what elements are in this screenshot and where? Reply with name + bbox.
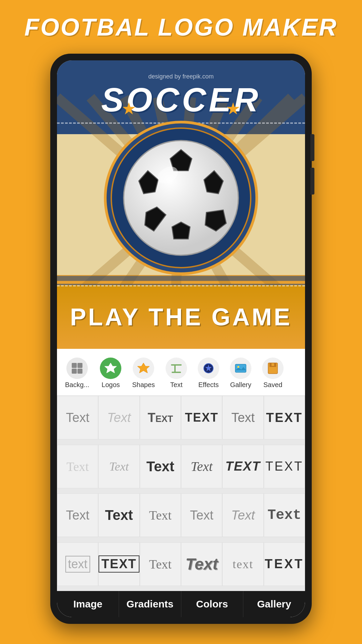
text-style-label: Text <box>66 459 89 474</box>
shapes-icon <box>133 358 154 379</box>
soccer-ball-container <box>104 121 258 275</box>
svg-rect-36 <box>172 372 181 373</box>
effects-icon <box>198 358 219 379</box>
bottom-nav-colors[interactable]: Colors <box>181 591 243 617</box>
text-style-label: Text <box>185 555 218 573</box>
toolbar: Backg... Logos Shapes <box>57 349 305 396</box>
text-style-item[interactable]: TEXT <box>264 445 305 488</box>
text-style-item[interactable]: Text <box>222 493 263 537</box>
bottom-nav-label-colors: Colors <box>196 598 228 609</box>
text-style-item[interactable]: Text <box>181 396 222 439</box>
text-style-label: Text <box>191 459 213 474</box>
svg-marker-32 <box>105 363 117 373</box>
text-style-item[interactable]: Text <box>222 396 263 439</box>
text-style-label: Text <box>231 508 255 523</box>
text-style-item[interactable]: TEXT <box>98 542 139 586</box>
toolbar-label-text: Text <box>170 381 183 389</box>
text-style-item[interactable]: TEXT <box>264 396 305 439</box>
svg-marker-33 <box>137 363 149 373</box>
svg-point-40 <box>237 366 239 368</box>
text-style-label: Text <box>267 507 301 523</box>
toolbar-label-saved: Saved <box>263 381 283 389</box>
text-style-label: TEXT <box>225 459 260 474</box>
text-style-label: Text <box>190 508 214 523</box>
toolbar-label-effects: Effects <box>198 381 219 389</box>
text-style-item[interactable]: text <box>57 542 98 586</box>
bottom-nav: Image Gradients Colors Gallery <box>57 591 305 617</box>
text-icon <box>166 358 187 379</box>
text-style-label: Text <box>66 411 89 425</box>
text-style-item[interactable]: Text <box>140 493 181 537</box>
svg-rect-31 <box>77 369 82 374</box>
text-style-label: text <box>65 556 90 573</box>
text-style-label: Text <box>66 508 89 523</box>
svg-rect-30 <box>72 369 77 374</box>
text-style-label: Text <box>231 411 255 425</box>
background-icon <box>66 358 88 379</box>
text-style-item[interactable]: Text <box>181 445 222 488</box>
text-style-item[interactable]: Text <box>264 493 305 537</box>
svg-rect-29 <box>77 363 82 368</box>
text-style-item[interactable]: TEXT <box>264 542 305 586</box>
text-style-item[interactable]: Text <box>57 396 98 439</box>
toolbar-item-background[interactable]: Backg... <box>60 354 94 392</box>
bottom-nav-label-gradients: Gradients <box>126 598 173 609</box>
toolbar-item-effects[interactable]: Effects <box>193 354 224 392</box>
bottom-nav-label-gallery: Gallery <box>257 598 291 609</box>
toolbar-label-shapes: Shapes <box>132 381 155 389</box>
text-style-label: Text <box>147 411 173 425</box>
soccer-ball-svg <box>121 138 241 258</box>
text-style-label: Text <box>105 507 133 523</box>
toolbar-item-logos[interactable]: Logos <box>95 354 126 392</box>
text-style-item[interactable]: Text <box>140 542 181 586</box>
svg-rect-28 <box>72 363 77 368</box>
text-style-label: Text <box>109 460 129 474</box>
logos-icon <box>100 358 121 379</box>
text-style-item[interactable]: text <box>222 542 263 586</box>
bottom-nav-gradients[interactable]: Gradients <box>119 591 181 617</box>
phone-frame: designed by freepik.com ★ SOCCER ★ <box>50 54 312 624</box>
svg-rect-44 <box>272 363 274 366</box>
phone-screen: designed by freepik.com ★ SOCCER ★ <box>57 60 305 617</box>
toolbar-item-gallery[interactable]: Gallery <box>225 354 256 392</box>
bottom-nav-image[interactable]: Image <box>57 591 119 617</box>
star-right: ★ <box>226 99 241 118</box>
text-style-label: text <box>233 557 253 571</box>
bottom-nav-gallery[interactable]: Gallery <box>243 591 305 617</box>
text-style-label: Text <box>185 411 219 425</box>
text-style-item[interactable]: TEXT <box>222 445 263 488</box>
side-button-2 <box>310 168 314 195</box>
side-button-1 <box>310 134 314 161</box>
text-styles-grid: Text Text Text Text Text TEXT Text Tex <box>57 396 305 591</box>
toolbar-item-shapes[interactable]: Shapes <box>127 354 160 392</box>
text-style-label: Text <box>107 411 131 425</box>
text-style-label: Text <box>146 459 174 475</box>
toolbar-item-saved[interactable]: Saved <box>257 354 288 392</box>
text-style-label: TEXT <box>266 411 303 425</box>
toolbar-item-text[interactable]: Text <box>161 354 192 392</box>
gallery-icon <box>230 358 251 379</box>
text-style-item[interactable]: Text <box>181 542 222 586</box>
play-text: PLAY THE GAME <box>70 303 292 331</box>
logo-canvas: designed by freepik.com ★ SOCCER ★ <box>57 60 305 349</box>
text-style-item[interactable]: Text <box>140 396 181 439</box>
toolbar-label-gallery: Gallery <box>230 381 251 389</box>
freepik-credit: designed by freepik.com <box>148 73 214 80</box>
toolbar-label-background: Backg... <box>65 381 89 389</box>
text-style-item[interactable]: Text <box>57 445 98 488</box>
text-style-item[interactable]: Text <box>98 445 139 488</box>
text-style-label: TEXT <box>265 459 303 474</box>
svg-rect-39 <box>235 364 246 372</box>
text-style-label: Text <box>149 557 172 572</box>
text-style-item[interactable]: Text <box>98 493 139 537</box>
toolbar-label-logos: Logos <box>102 381 120 389</box>
dotted-line-bottom <box>57 285 305 288</box>
text-style-item[interactable]: Text <box>140 445 181 488</box>
text-style-item[interactable]: Text <box>181 493 222 537</box>
text-style-label: TEXT <box>99 555 139 573</box>
star-left: ★ <box>121 99 136 118</box>
circle-outer <box>104 121 258 275</box>
text-style-item[interactable]: Text <box>57 493 98 537</box>
text-style-item[interactable]: Text <box>98 396 139 439</box>
app-header: FOOTBAL LOGO MAKER <box>0 0 362 48</box>
